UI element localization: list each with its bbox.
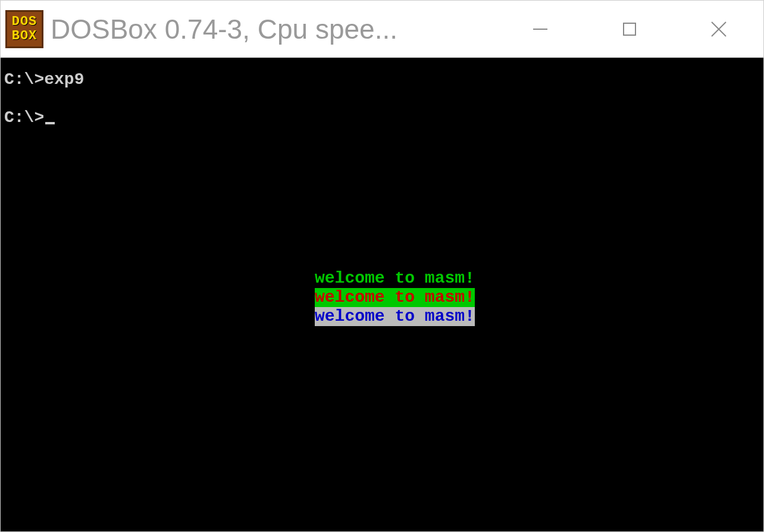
cursor xyxy=(45,122,55,124)
minimize-button[interactable] xyxy=(496,1,585,57)
terminal-line-2: C:\> xyxy=(4,108,760,128)
output-line-1: welcome to masm! xyxy=(315,269,475,288)
command-1: exp9 xyxy=(44,70,84,90)
output-line-2: welcome to masm! xyxy=(315,288,475,307)
terminal-area[interactable]: C:\>exp9 C:\> welcome to masm! welcome t… xyxy=(1,58,763,531)
close-button[interactable] xyxy=(674,1,763,57)
terminal-line-1: C:\>exp9 xyxy=(4,70,760,90)
minimize-icon xyxy=(528,17,552,41)
dosbox-icon-text-bottom: BOX xyxy=(12,29,37,43)
window-controls xyxy=(496,1,763,57)
output-line-3: welcome to masm! xyxy=(315,307,475,326)
maximize-icon xyxy=(618,17,641,41)
app-window: DOS BOX DOSBox 0.74-3, Cpu spee... xyxy=(0,0,764,532)
svg-rect-1 xyxy=(624,23,635,35)
close-icon xyxy=(707,17,731,41)
prompt-2: C:\> xyxy=(4,108,44,128)
program-output: welcome to masm! welcome to masm! welcom… xyxy=(315,269,475,326)
prompt-1: C:\> xyxy=(4,70,44,90)
dosbox-icon: DOS BOX xyxy=(5,10,43,48)
dosbox-icon-text-top: DOS xyxy=(12,15,37,29)
titlebar[interactable]: DOS BOX DOSBox 0.74-3, Cpu spee... xyxy=(1,1,763,58)
maximize-button[interactable] xyxy=(585,1,674,57)
window-title: DOSBox 0.74-3, Cpu spee... xyxy=(51,13,496,45)
